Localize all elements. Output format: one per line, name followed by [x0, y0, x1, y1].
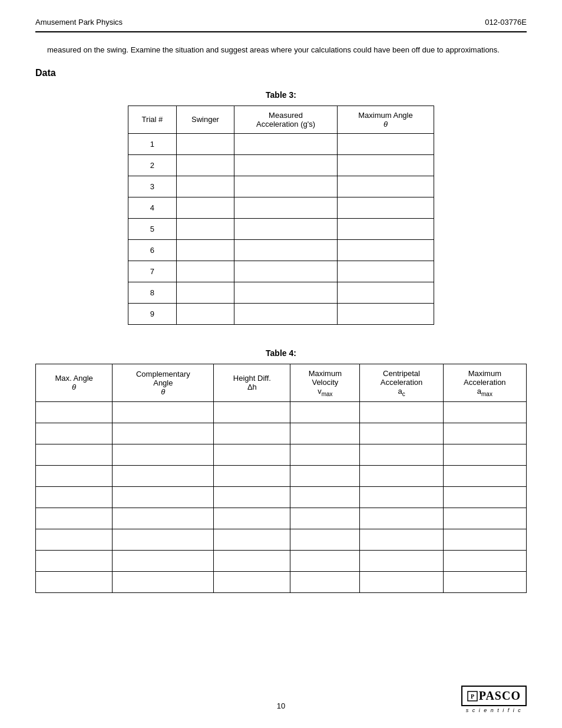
table3-row3-angle	[337, 176, 434, 197]
t4r2c3	[214, 423, 290, 444]
t4r7c1	[36, 529, 113, 551]
table3-row6-trial: 6	[128, 239, 177, 261]
table3-row4-angle	[337, 197, 434, 218]
table3-row5-angle	[337, 218, 434, 239]
t4r5c4	[290, 487, 360, 508]
pasco-subtitle: s c i e n t i f i c	[466, 707, 522, 713]
table4-col-compangle: ComplementaryAngleθ	[113, 364, 214, 402]
table3-row9-swinger	[176, 303, 234, 324]
t4r7c2	[113, 529, 214, 551]
t4r6c2	[113, 508, 214, 529]
t4r4c5	[360, 466, 443, 487]
t4r7c4	[290, 529, 360, 551]
t4r5c5	[360, 487, 443, 508]
t4r1c3	[214, 402, 290, 423]
table3-col-accel: MeasuredAcceleration (g's)	[234, 106, 338, 133]
t4r9c6	[443, 572, 526, 593]
t4r9c1	[36, 572, 113, 593]
table3-row1-accel	[234, 133, 338, 154]
t4r5c6	[443, 487, 526, 508]
t4r3c5	[360, 444, 443, 466]
page-number: 10	[277, 701, 285, 710]
table3-row2-trial: 2	[128, 154, 177, 176]
intro-text: measured on the swing. Examine the situa…	[35, 44, 527, 56]
t4r1c1	[36, 402, 113, 423]
t4r7c5	[360, 529, 443, 551]
table4-col-maxangle: Max. Angleθ	[36, 364, 113, 402]
table3-row8-swinger	[176, 282, 234, 303]
table3-row3-trial: 3	[128, 176, 177, 197]
t4r4c4	[290, 466, 360, 487]
t4r3c6	[443, 444, 526, 466]
t4r1c6	[443, 402, 526, 423]
t4r8c4	[290, 551, 360, 572]
t4r2c1	[36, 423, 113, 444]
table4-col-centaccel: CentripetalAccelerationac	[360, 364, 443, 402]
t4r8c3	[214, 551, 290, 572]
t4r5c1	[36, 487, 113, 508]
t4r8c6	[443, 551, 526, 572]
table3-row7-swinger	[176, 261, 234, 282]
table3-row8-angle	[337, 282, 434, 303]
table3-row4-trial: 4	[128, 197, 177, 218]
table3-row6-swinger	[176, 239, 234, 261]
table3-row6-accel	[234, 239, 338, 261]
t4r7c6	[443, 529, 526, 551]
t4r1c2	[113, 402, 214, 423]
table3-row7-angle	[337, 261, 434, 282]
t4r8c2	[113, 551, 214, 572]
table3-row4-swinger	[176, 197, 234, 218]
table3-col-trial: Trial #	[128, 106, 177, 133]
table3: Trial # Swinger MeasuredAcceleration (g'…	[128, 106, 434, 325]
t4r8c5	[360, 551, 443, 572]
table4-col-heightdiff: Height Diff.Δh	[214, 364, 290, 402]
t4r9c3	[214, 572, 290, 593]
table3-row2-swinger	[176, 154, 234, 176]
table3-row6-angle	[337, 239, 434, 261]
t4r6c6	[443, 508, 526, 529]
table3-row5-trial: 5	[128, 218, 177, 239]
t4r6c5	[360, 508, 443, 529]
table3-row1-swinger	[176, 133, 234, 154]
table3-row9-accel	[234, 303, 338, 324]
table4: Max. Angleθ ComplementaryAngleθ Height D…	[35, 364, 527, 594]
pasco-logo: P PASCO s c i e n t i f i c	[461, 686, 527, 713]
t4r2c4	[290, 423, 360, 444]
t4r1c4	[290, 402, 360, 423]
t4r9c2	[113, 572, 214, 593]
table3-row1-angle	[337, 133, 434, 154]
table3-row3-accel	[234, 176, 338, 197]
t4r1c5	[360, 402, 443, 423]
table3-row2-accel	[234, 154, 338, 176]
t4r4c6	[443, 466, 526, 487]
pasco-emblem-icon: P	[467, 691, 478, 701]
table3-row2-angle	[337, 154, 434, 176]
t4r3c4	[290, 444, 360, 466]
table3-row9-angle	[337, 303, 434, 324]
table4-col-maxaccel: MaximumAccelerationamax	[443, 364, 526, 402]
table3-row4-accel	[234, 197, 338, 218]
t4r5c2	[113, 487, 214, 508]
t4r4c3	[214, 466, 290, 487]
t4r3c1	[36, 444, 113, 466]
table3-row3-swinger	[176, 176, 234, 197]
t4r6c4	[290, 508, 360, 529]
t4r4c1	[36, 466, 113, 487]
t4r6c3	[214, 508, 290, 529]
table3-row7-accel	[234, 261, 338, 282]
table3-row8-accel	[234, 282, 338, 303]
table3-row8-trial: 8	[128, 282, 177, 303]
table3-row1-trial: 1	[128, 133, 177, 154]
t4r3c2	[113, 444, 214, 466]
pasco-name: PASCO	[479, 689, 521, 703]
t4r3c3	[214, 444, 290, 466]
t4r2c2	[113, 423, 214, 444]
table3-row5-accel	[234, 218, 338, 239]
t4r7c3	[214, 529, 290, 551]
table3-row7-trial: 7	[128, 261, 177, 282]
table4-col-maxvel: MaximumVelocityvmax	[290, 364, 360, 402]
t4r9c4	[290, 572, 360, 593]
table3-row9-trial: 9	[128, 303, 177, 324]
table3-title: Table 3:	[128, 90, 434, 100]
t4r8c1	[36, 551, 113, 572]
